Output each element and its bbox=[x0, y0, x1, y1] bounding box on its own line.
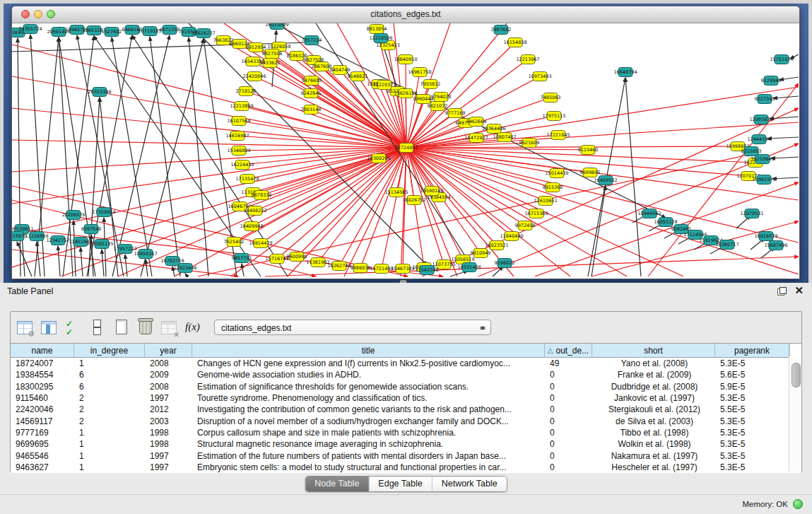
graph-node[interactable]: 2867608 bbox=[314, 62, 329, 71]
graph-node[interactable]: 8186328 bbox=[290, 51, 305, 61]
graph-node[interactable]: 2887682 bbox=[494, 25, 509, 35]
table-row[interactable]: 977716911998Corpus callosum shape and si… bbox=[11, 427, 801, 438]
row-height-icon[interactable] bbox=[88, 318, 107, 337]
graph-node[interactable]: 18616237 bbox=[196, 28, 211, 38]
graph-node[interactable]: 9129946 bbox=[764, 76, 779, 86]
graph-node[interactable]: 2803144 bbox=[304, 105, 319, 115]
graph-node[interactable]: 16648794 bbox=[618, 67, 633, 77]
graph-node[interactable]: 17135478 bbox=[240, 174, 255, 184]
graph-node[interactable]: 17957223 bbox=[118, 244, 133, 254]
graph-node[interactable]: 16409532 bbox=[599, 175, 613, 185]
graph-node[interactable]: 15751074 bbox=[775, 54, 789, 64]
table-row[interactable]: 1456911722003Disruption of a novel membe… bbox=[11, 415, 801, 426]
graph-node[interactable]: 9146821 bbox=[351, 71, 365, 81]
graph-node[interactable]: 16026752 bbox=[407, 195, 422, 205]
table-row[interactable]: 1938455462009Genome-wide association stu… bbox=[11, 369, 801, 380]
graph-node[interactable]: 12923446 bbox=[178, 263, 193, 273]
graph-node[interactable]: 13505135 bbox=[95, 239, 110, 249]
graph-node[interactable]: 11840490 bbox=[505, 231, 519, 241]
tab-edge-table[interactable]: Edge Table bbox=[369, 477, 432, 491]
graph-node[interactable]: 20691406 bbox=[52, 27, 66, 37]
table-row[interactable]: 911546021997Tourette syndrome. Phenomeno… bbox=[11, 392, 801, 404]
graph-node[interactable]: 11156869 bbox=[30, 231, 45, 241]
memory-ok-icon[interactable] bbox=[793, 499, 803, 509]
select-rows-icon[interactable]: ✓✓ bbox=[64, 318, 83, 337]
graph-node[interactable]: 16961758 bbox=[413, 67, 428, 77]
graph-node[interactable]: 9242845 bbox=[304, 88, 319, 98]
graph-node[interactable]: 9972458 bbox=[518, 221, 533, 230]
graph-node[interactable]: 15687496 bbox=[769, 240, 784, 250]
graph-node[interactable]: 9457791 bbox=[235, 253, 249, 263]
column-header-year[interactable]: year bbox=[145, 344, 192, 357]
minimize-window-icon[interactable] bbox=[34, 10, 42, 18]
graph-node[interactable]: 10467389 bbox=[396, 264, 411, 274]
column-header-name[interactable]: name bbox=[11, 344, 74, 357]
graph-node[interactable]: 15472927 bbox=[469, 133, 484, 143]
graph-node[interactable]: 5476685 bbox=[305, 76, 319, 86]
graph-node[interactable]: 17359924 bbox=[97, 207, 112, 217]
table-row[interactable]: 1830029562008Estimation of significance … bbox=[11, 381, 801, 392]
graph-node[interactable]: 16914479 bbox=[254, 238, 269, 248]
close-window-icon[interactable] bbox=[21, 10, 30, 18]
graph-node[interactable]: 7955812 bbox=[423, 79, 438, 89]
network-canvas[interactable]: 1830029519384554151345651602675210590140… bbox=[12, 23, 799, 279]
graph-node[interactable]: 14498222 bbox=[248, 206, 263, 216]
table-options-icon[interactable]: ⚙ bbox=[16, 318, 35, 337]
graph-node[interactable]: 12070531 bbox=[745, 209, 760, 218]
graph-node[interactable]: 16154838 bbox=[508, 37, 523, 47]
graph-node[interactable]: 11543740 bbox=[420, 265, 435, 275]
graph-node[interactable]: 13220373 bbox=[377, 80, 392, 90]
graph-node[interactable]: 16640910 bbox=[399, 54, 413, 64]
graph-node[interactable]: 18724007 bbox=[399, 143, 414, 153]
graph-node[interactable]: 16715369 bbox=[529, 209, 544, 218]
graph-node[interactable]: 7485063 bbox=[543, 93, 558, 103]
graph-node[interactable]: 16531408 bbox=[462, 262, 477, 272]
new-column-icon[interactable] bbox=[112, 318, 131, 337]
graph-node[interactable]: 7663822 bbox=[216, 35, 231, 45]
graph-node[interactable]: 9600990 bbox=[290, 252, 305, 262]
graph-node[interactable]: 1327602 bbox=[105, 27, 119, 37]
graph-node[interactable]: 11451944 bbox=[73, 237, 88, 247]
graph-node[interactable]: 7462664 bbox=[469, 117, 484, 127]
graph-node[interactable]: 9777169 bbox=[448, 108, 463, 118]
graph-node[interactable]: 15716745 bbox=[270, 254, 285, 264]
graph-node[interactable]: 16033809 bbox=[270, 23, 285, 30]
graph-node[interactable]: 15014439 bbox=[550, 168, 565, 178]
show-columns-icon[interactable] bbox=[40, 318, 59, 337]
graph-node[interactable]: 6466160 bbox=[125, 25, 140, 35]
graph-node[interactable]: 10719185 bbox=[143, 26, 158, 36]
graph-node[interactable]: 9397548 bbox=[84, 224, 99, 234]
graph-node[interactable]: 16107564 bbox=[232, 116, 247, 126]
graph-node[interactable]: 9227343 bbox=[758, 94, 772, 104]
column-header-in-degree[interactable]: in_degree bbox=[74, 344, 145, 357]
zoom-window-icon[interactable] bbox=[47, 10, 55, 18]
graph-node[interactable]: 13626158 bbox=[399, 88, 413, 98]
graph-node[interactable]: 9621609 bbox=[522, 138, 537, 148]
network-window[interactable]: citations_edges.txt 18300295193845541513… bbox=[11, 6, 800, 279]
graph-node[interactable]: 8454749 bbox=[333, 65, 348, 75]
graph-node[interactable]: 16543398 bbox=[246, 57, 261, 66]
graph-node[interactable]: 12610651 bbox=[539, 196, 553, 206]
table-row[interactable]: 946554611997Estimation of the future num… bbox=[11, 450, 801, 461]
graph-node[interactable]: 16055128 bbox=[659, 217, 673, 227]
delete-column-icon[interactable] bbox=[136, 318, 155, 337]
graph-node[interactable]: 20206576 bbox=[66, 210, 81, 220]
table-row[interactable]: 1872400712008Changes of HCN gene express… bbox=[11, 358, 801, 369]
tab-node-table[interactable]: Node Table bbox=[305, 477, 369, 491]
scrollbar-thumb[interactable] bbox=[792, 363, 801, 387]
graph-node[interactable]: 9115460 bbox=[581, 145, 596, 155]
close-panel-icon[interactable]: ✕ bbox=[794, 284, 804, 297]
graph-node[interactable]: 9827506 bbox=[265, 49, 280, 59]
graph-node[interactable]: 17975115 bbox=[547, 111, 562, 121]
graph-node[interactable]: 9315975 bbox=[12, 231, 25, 241]
table-row[interactable]: 2242004622012Investigating the contribut… bbox=[11, 404, 801, 415]
graph-node[interactable]: 7857224 bbox=[305, 35, 319, 45]
graph-node[interactable]: 14616987 bbox=[230, 131, 245, 141]
graph-node[interactable]: 9810949 bbox=[473, 248, 488, 258]
graph-node[interactable]: 12213869 bbox=[235, 101, 249, 111]
graph-node[interactable]: 9699695 bbox=[583, 168, 598, 177]
graph-node[interactable]: 8660124 bbox=[233, 39, 247, 49]
graph-node[interactable]: 12444194 bbox=[752, 134, 767, 144]
float-panel-icon[interactable] bbox=[777, 287, 787, 296]
graph-node[interactable]: 8912954 bbox=[249, 42, 264, 52]
